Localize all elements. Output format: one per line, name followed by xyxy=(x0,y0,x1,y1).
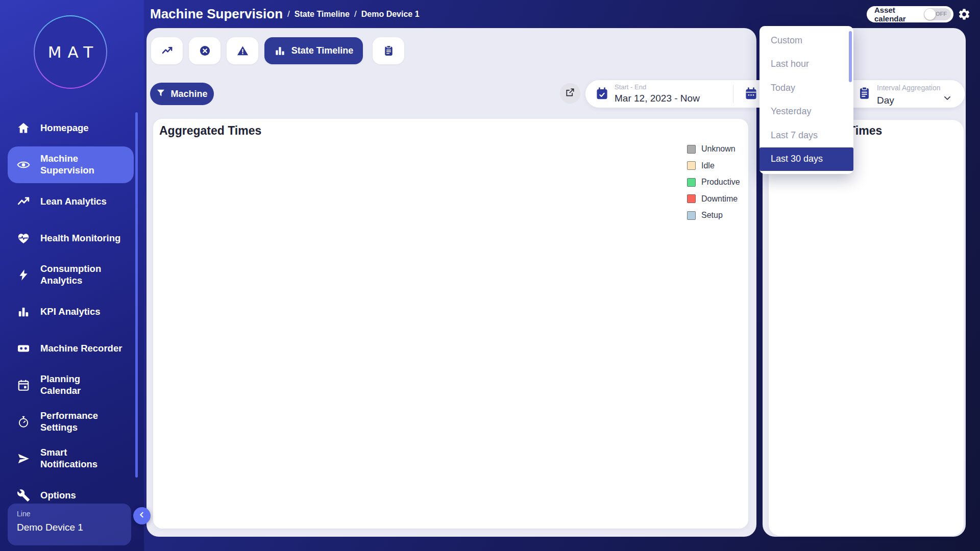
dropdown-option-last-7-days[interactable]: Last 7 days xyxy=(760,123,853,147)
sidebar-item-label: Planning Calendar xyxy=(40,373,81,396)
chevron-down-icon[interactable] xyxy=(942,93,952,103)
topbar: Machine Supervision /State Timeline/Demo… xyxy=(150,0,420,28)
asset-calendar-label: Asset calendar xyxy=(874,6,924,23)
legend-label: Unknown xyxy=(701,144,736,154)
sidebar: MAT HomepageMachine SupervisionLean Anal… xyxy=(0,0,144,551)
legend-item-unknown[interactable]: Unknown xyxy=(687,141,740,158)
settings-gear-button[interactable] xyxy=(958,8,971,21)
breadcrumb: /State Timeline/Demo Device 1 xyxy=(283,9,420,19)
calendar-check-icon xyxy=(595,87,609,101)
recorder-icon xyxy=(17,342,30,355)
tab-x-circle[interactable] xyxy=(189,37,220,64)
tab-label: State Timeline xyxy=(291,45,354,56)
external-link-icon xyxy=(565,87,575,99)
legend-item-setup[interactable]: Setup xyxy=(687,207,740,224)
legend-swatch xyxy=(687,145,696,154)
interval-aggregation-value[interactable]: Day xyxy=(877,95,894,106)
tab-state-timeline[interactable]: State Timeline xyxy=(264,37,363,64)
open-external-button[interactable] xyxy=(560,83,580,104)
app-root: MAT HomepageMachine SupervisionLean Anal… xyxy=(0,0,980,551)
legend-item-downtime[interactable]: Downtime xyxy=(687,191,740,208)
sidebar-item-label: Health Monitoring xyxy=(40,233,120,244)
device-line-label: Line xyxy=(17,510,122,518)
machine-filter-button[interactable]: Machine xyxy=(150,83,214,105)
calendar-icon xyxy=(17,379,30,392)
date-range-value[interactable]: Mar 12, 2023 - Now xyxy=(615,93,700,104)
funnel-icon xyxy=(156,88,165,99)
page-title: Machine Supervision xyxy=(150,6,283,22)
home-icon xyxy=(17,121,30,135)
dropdown-option-custom[interactable]: Custom xyxy=(760,29,853,53)
breadcrumb-separator: / xyxy=(287,9,290,19)
asset-calendar-switch[interactable]: OFF xyxy=(924,8,951,20)
sidebar-item-performance-settings[interactable]: Performance Settings xyxy=(8,404,134,440)
dropdown-option-yesterday[interactable]: Yesterday xyxy=(760,100,853,124)
chart-legend: UnknownIdleProductiveDowntimeSetup xyxy=(687,141,740,224)
dropdown-option-last-hour[interactable]: Last hour xyxy=(760,53,853,77)
totals-chart-card xyxy=(769,120,964,536)
sidebar-item-label: Consumption Analytics xyxy=(40,263,101,286)
sidebar-item-machine-supervision[interactable]: Machine Supervision xyxy=(8,146,134,183)
tab-warning[interactable] xyxy=(227,37,258,64)
bar-chart-icon xyxy=(274,45,286,57)
date-range-label: Start - End xyxy=(615,83,646,91)
sidebar-item-homepage[interactable]: Homepage xyxy=(8,110,134,146)
sidebar-item-lean-analytics[interactable]: Lean Analytics xyxy=(8,183,134,220)
sidebar-item-machine-recorder[interactable]: Machine Recorder xyxy=(8,330,134,367)
sidebar-collapse-button[interactable] xyxy=(133,507,151,524)
wrench-icon xyxy=(17,489,30,502)
legend-swatch xyxy=(687,194,696,203)
mat-logo-circle: MAT xyxy=(35,16,106,88)
clipboard-icon xyxy=(857,86,871,100)
gauge-icon xyxy=(17,415,30,429)
tab-clipboard[interactable] xyxy=(373,37,404,64)
aggregated-times-title: Aggregated Times xyxy=(159,124,261,138)
legend-label: Setup xyxy=(701,211,723,220)
time-range-options: CustomLast hourTodayYesterdayLast 7 days… xyxy=(760,29,853,171)
sidebar-nav: HomepageMachine SupervisionLean Analytic… xyxy=(8,110,134,514)
sidebar-item-planning-calendar[interactable]: Planning Calendar xyxy=(8,367,134,404)
sidebar-item-label: Machine Recorder xyxy=(40,343,122,355)
legend-item-productive[interactable]: Productive xyxy=(687,174,740,191)
mat-logo[interactable]: MAT xyxy=(34,15,107,89)
aggregated-times-card xyxy=(153,119,748,529)
device-card[interactable]: Line Demo Device 1 xyxy=(8,504,131,545)
asset-calendar-toggle-pill[interactable]: Asset calendar OFF xyxy=(867,6,953,22)
warning-icon xyxy=(237,45,249,57)
legend-item-idle[interactable]: Idle xyxy=(687,158,740,174)
legend-swatch xyxy=(687,161,696,170)
sidebar-item-label: Machine Supervision xyxy=(40,153,94,176)
sidebar-item-label: Lean Analytics xyxy=(40,196,107,208)
breadcrumb-item-state-timeline[interactable]: State Timeline xyxy=(295,10,350,19)
breadcrumb-item-demo-device-1[interactable]: Demo Device 1 xyxy=(361,10,420,19)
switch-state-text: OFF xyxy=(936,11,947,17)
dropdown-scrollbar[interactable] xyxy=(849,31,852,82)
time-range-dropdown: CustomLast hourTodayYesterdayLast 7 days… xyxy=(760,26,853,174)
dropdown-option-last-30-days[interactable]: Last 30 days xyxy=(760,147,853,171)
gear-icon xyxy=(958,14,971,22)
sidebar-item-health-monitoring[interactable]: Health Monitoring xyxy=(8,220,134,257)
sidebar-item-smart-notifications[interactable]: Smart Notifications xyxy=(8,440,134,477)
sidebar-item-label: Smart Notifications xyxy=(40,447,97,470)
heart-pulse-icon xyxy=(17,232,30,245)
sidebar-item-label: Performance Settings xyxy=(40,410,98,433)
sidebar-item-consumption-analytics[interactable]: Consumption Analytics xyxy=(8,257,134,293)
sidebar-item-kpi-analytics[interactable]: KPI Analytics xyxy=(8,293,134,330)
bolt-icon xyxy=(17,268,30,282)
legend-swatch xyxy=(687,178,696,187)
legend-label: Idle xyxy=(701,161,715,170)
dropdown-option-today[interactable]: Today xyxy=(760,76,853,100)
trend-icon xyxy=(17,195,30,208)
send-icon xyxy=(17,452,30,465)
sidebar-item-label: Options xyxy=(40,490,76,502)
eye-icon xyxy=(17,158,30,171)
tab-trend[interactable] xyxy=(151,37,183,64)
mat-logo-text: MAT xyxy=(42,43,99,61)
legend-swatch xyxy=(687,211,696,220)
switch-knob xyxy=(924,9,936,20)
machine-filter-label: Machine xyxy=(170,89,207,99)
calendar-dots-icon[interactable] xyxy=(744,87,758,101)
sidebar-item-label: KPI Analytics xyxy=(40,306,101,318)
sidebar-scrollbar[interactable] xyxy=(135,112,138,478)
device-name: Demo Device 1 xyxy=(17,522,122,533)
